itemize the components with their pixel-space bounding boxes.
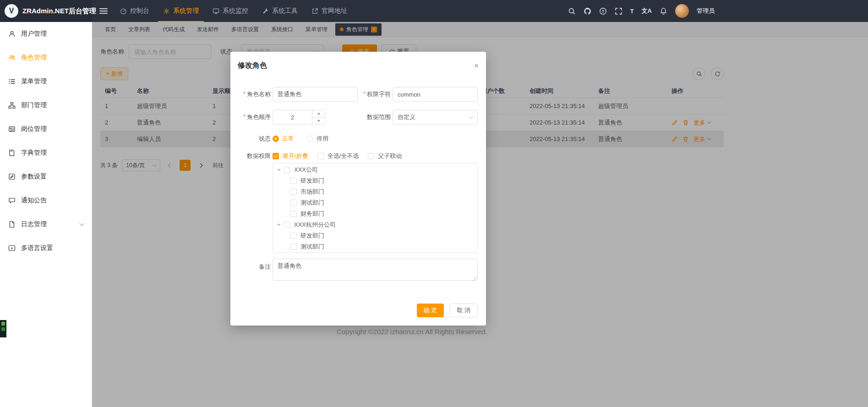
sidebar-item-dict-mgmt[interactable]: 字典管理 — [0, 141, 92, 165]
top-nav: 控制台 系统管理 系统监控 系统工具 官网地址 — [115, 0, 352, 22]
github-icon[interactable] — [584, 7, 591, 15]
book-icon — [8, 149, 16, 157]
required-mark: * — [363, 90, 366, 98]
top-header: V ZRAdmin.NET后台管理 控制台 系统管理 系统监控 系统工具 — [0, 0, 868, 22]
sidebar-item-i18n-settings[interactable]: A 多语言设置 — [0, 236, 92, 260]
tree-node-checkbox[interactable] — [290, 244, 297, 250]
required-mark: * — [243, 113, 246, 121]
sidebar-item-param-settings[interactable]: 参数设置 — [0, 165, 92, 189]
users-icon — [8, 54, 16, 61]
role-order-label: *角色顺序 — [238, 113, 271, 121]
stepper-down-button[interactable] — [312, 118, 325, 125]
permission-tree: XXX公司 研发部门 市场部门 测试部门 财务部门 — [273, 163, 478, 253]
dialog-title: 修改角色 — [238, 61, 267, 69]
tree-node-checkbox[interactable] — [290, 233, 297, 239]
data-permission-label: 数据权限 — [238, 152, 271, 160]
chevron-down-icon — [80, 221, 84, 226]
status-normal-radio[interactable] — [273, 136, 279, 142]
role-order-stepper[interactable]: 2 — [273, 110, 325, 125]
cancel-button[interactable]: 取 消 — [449, 304, 478, 317]
nav-website-link[interactable]: 官网地址 — [306, 0, 352, 22]
sidebar-item-menu-mgmt[interactable]: 菜单管理 — [0, 70, 92, 93]
tree-node-checkbox[interactable] — [284, 167, 290, 173]
expand-collapse-checkbox[interactable] — [273, 153, 279, 159]
dialog-body: *角色名称 *权限字符 *角色顺序 2 — [230, 75, 486, 281]
remark-label: 备注 — [238, 263, 271, 271]
status-disabled-radio[interactable] — [307, 136, 313, 142]
dialog-close-icon[interactable]: × — [474, 62, 479, 70]
tree-node: XXX杭州分公司 — [273, 219, 477, 230]
select-all-checkbox[interactable] — [317, 153, 324, 159]
tree-node: XXX公司 — [273, 164, 477, 175]
wrench-icon — [262, 8, 269, 15]
header-actions: ? T 文A 管理员 — [568, 4, 868, 18]
tree-options: 展开/折叠 全选/全不选 父子联动 — [273, 152, 402, 160]
user-icon — [8, 30, 16, 38]
tree-expand-icon[interactable] — [277, 169, 281, 171]
dashboard-icon — [120, 8, 127, 15]
sidebar-item-user-mgmt[interactable]: 用户管理 — [0, 22, 92, 46]
bell-icon[interactable] — [660, 7, 667, 15]
confirm-button[interactable]: 确 定 — [417, 304, 444, 317]
nav-dashboard[interactable]: 控制台 — [115, 0, 154, 22]
status-radio-group: 正常 停用 — [273, 135, 328, 143]
sidebar-item-log-mgmt[interactable]: 日志管理 — [0, 212, 92, 236]
dialog-footer: 确 定 取 消 — [417, 304, 478, 317]
parent-child-checkbox[interactable] — [368, 153, 374, 159]
tree-node: 市场部门 — [273, 186, 477, 197]
tree-node-checkbox[interactable] — [290, 189, 297, 195]
tree-node-checkbox[interactable] — [290, 200, 297, 206]
data-scope-select[interactable]: 自定义 — [393, 110, 478, 125]
corner-tool-icon[interactable] — [0, 320, 6, 337]
font-size-icon[interactable]: T — [630, 8, 634, 15]
resize-handle[interactable] — [472, 274, 476, 278]
app-title: ZRAdmin.NET后台管理 — [22, 7, 96, 16]
translate-icon: A — [8, 244, 16, 252]
sidebar: 用户管理 角色管理 菜单管理 部门管理 岗位管理 字典管理 参数设置 通知公告 — [0, 22, 92, 407]
role-key-input[interactable] — [393, 87, 478, 102]
tree-node: 研发部门 — [273, 230, 477, 241]
sidebar-item-dept-mgmt[interactable]: 部门管理 — [0, 93, 92, 117]
help-icon[interactable]: ? — [599, 7, 607, 15]
role-name-input[interactable] — [273, 87, 358, 102]
badge-icon — [8, 125, 16, 133]
list-icon — [8, 78, 16, 85]
tree-expand-icon[interactable] — [277, 224, 281, 226]
status-disabled-label: 停用 — [317, 135, 328, 143]
nav-system-mgmt[interactable]: 系统管理 — [158, 0, 204, 22]
app-logo[interactable]: V ZRAdmin.NET后台管理 — [0, 0, 92, 22]
message-icon — [8, 197, 16, 204]
sidebar-item-notice[interactable]: 通知公告 — [0, 189, 92, 212]
nav-system-tools[interactable]: 系统工具 — [257, 0, 303, 22]
svg-text:?: ? — [601, 9, 604, 13]
tree-node: 测试部门 — [273, 241, 477, 252]
tree-node-checkbox[interactable] — [290, 178, 297, 184]
status-normal-label: 正常 — [282, 135, 294, 143]
stepper-up-button[interactable] — [312, 110, 325, 118]
org-tree-icon — [8, 102, 16, 109]
required-mark: * — [243, 90, 246, 98]
fullscreen-icon[interactable] — [615, 7, 622, 15]
gear-icon — [163, 8, 170, 15]
sidebar-item-role-mgmt[interactable]: 角色管理 — [0, 46, 92, 70]
search-icon[interactable] — [568, 7, 576, 15]
user-avatar[interactable] — [675, 4, 689, 18]
chevron-down-icon — [469, 114, 474, 119]
nav-system-monitor[interactable]: 系统监控 — [207, 0, 253, 22]
dialog-header: 修改角色 × — [230, 52, 486, 75]
tree-node-checkbox[interactable] — [284, 222, 290, 228]
tree-node: 财务部门 — [273, 208, 477, 219]
caret-down-icon — [317, 120, 320, 122]
status-label: 状态 — [238, 135, 271, 143]
document-icon — [8, 221, 16, 228]
language-icon[interactable]: 文A — [642, 7, 652, 15]
role-key-label: *权限字符 — [358, 90, 391, 98]
remark-textarea[interactable]: 普通角色 — [273, 259, 478, 281]
tree-node-checkbox[interactable] — [290, 211, 297, 217]
username-label[interactable]: 管理员 — [697, 7, 715, 15]
sidebar-item-post-mgmt[interactable]: 岗位管理 — [0, 117, 92, 141]
role-name-label: *角色名称 — [238, 90, 271, 98]
svg-text:A: A — [11, 246, 13, 250]
sidebar-toggle-icon[interactable] — [99, 8, 108, 14]
external-link-icon — [311, 8, 318, 15]
